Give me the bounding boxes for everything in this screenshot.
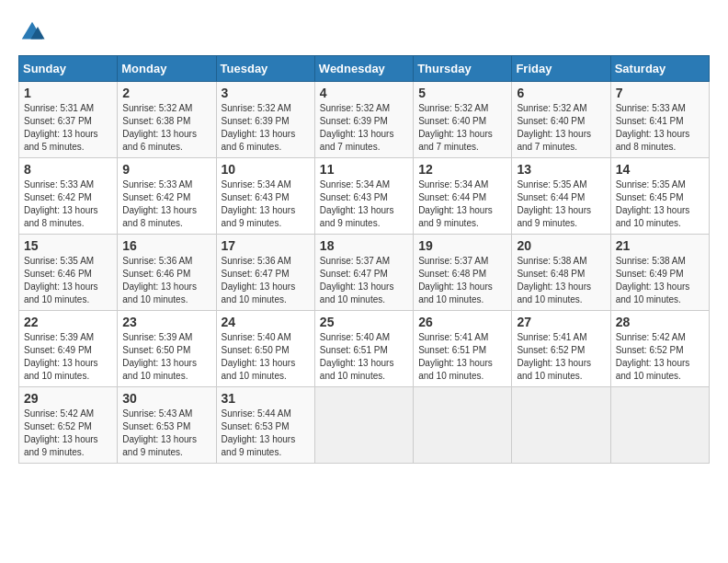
day-number: 7	[616, 86, 704, 100]
day-info: Sunrise: 5:36 AM Sunset: 6:47 PM Dayligh…	[222, 255, 310, 306]
logo-icon	[18, 18, 46, 46]
day-number: 25	[320, 315, 408, 329]
day-cell: 2 Sunrise: 5:32 AM Sunset: 6:38 PM Dayli…	[118, 82, 216, 158]
day-number: 2	[122, 86, 210, 100]
day-cell: 19 Sunrise: 5:37 AM Sunset: 6:48 PM Dayl…	[414, 235, 512, 311]
header-cell-tuesday: Tuesday	[216, 56, 314, 82]
day-cell: 18 Sunrise: 5:37 AM Sunset: 6:47 PM Dayl…	[314, 235, 413, 311]
day-info: Sunrise: 5:32 AM Sunset: 6:38 PM Dayligh…	[122, 102, 210, 154]
day-number: 26	[418, 315, 506, 329]
day-cell: 24 Sunrise: 5:40 AM Sunset: 6:50 PM Dayl…	[216, 311, 314, 387]
day-number: 27	[517, 315, 605, 329]
day-number: 10	[222, 162, 310, 177]
day-info: Sunrise: 5:34 AM Sunset: 6:43 PM Dayligh…	[320, 178, 408, 230]
header-cell-wednesday: Wednesday	[314, 56, 413, 82]
day-cell: 21 Sunrise: 5:38 AM Sunset: 6:49 PM Dayl…	[610, 235, 709, 311]
day-cell: 4 Sunrise: 5:32 AM Sunset: 6:39 PM Dayli…	[314, 82, 413, 158]
day-info: Sunrise: 5:32 AM Sunset: 6:40 PM Dayligh…	[418, 102, 506, 154]
day-cell: 29 Sunrise: 5:42 AM Sunset: 6:52 PM Dayl…	[19, 387, 118, 464]
day-number: 11	[320, 162, 408, 177]
day-info: Sunrise: 5:37 AM Sunset: 6:47 PM Dayligh…	[320, 255, 408, 306]
header-cell-sunday: Sunday	[19, 56, 118, 82]
day-cell	[610, 387, 709, 464]
day-number: 21	[616, 238, 704, 253]
day-cell: 13 Sunrise: 5:35 AM Sunset: 6:44 PM Dayl…	[512, 158, 610, 235]
week-row-4: 22 Sunrise: 5:39 AM Sunset: 6:49 PM Dayl…	[19, 311, 710, 387]
day-cell: 30 Sunrise: 5:43 AM Sunset: 6:53 PM Dayl…	[118, 387, 216, 464]
day-info: Sunrise: 5:33 AM Sunset: 6:41 PM Dayligh…	[616, 102, 704, 154]
day-info: Sunrise: 5:35 AM Sunset: 6:45 PM Dayligh…	[616, 178, 704, 230]
calendar-body: 1 Sunrise: 5:31 AM Sunset: 6:37 PM Dayli…	[19, 82, 710, 464]
day-cell: 10 Sunrise: 5:34 AM Sunset: 6:43 PM Dayl…	[216, 158, 314, 235]
day-cell	[314, 387, 413, 464]
logo	[18, 18, 50, 46]
day-info: Sunrise: 5:43 AM Sunset: 6:53 PM Dayligh…	[122, 408, 210, 459]
day-number: 17	[222, 238, 310, 253]
day-number: 8	[24, 162, 112, 177]
day-cell: 7 Sunrise: 5:33 AM Sunset: 6:41 PM Dayli…	[610, 82, 709, 158]
calendar-header: SundayMondayTuesdayWednesdayThursdayFrid…	[19, 56, 710, 82]
day-number: 16	[122, 238, 210, 253]
week-row-5: 29 Sunrise: 5:42 AM Sunset: 6:52 PM Dayl…	[19, 387, 710, 464]
day-cell: 22 Sunrise: 5:39 AM Sunset: 6:49 PM Dayl…	[19, 311, 118, 387]
day-info: Sunrise: 5:32 AM Sunset: 6:39 PM Dayligh…	[222, 102, 310, 154]
day-cell: 28 Sunrise: 5:42 AM Sunset: 6:52 PM Dayl…	[610, 311, 709, 387]
day-info: Sunrise: 5:32 AM Sunset: 6:39 PM Dayligh…	[320, 102, 408, 154]
day-cell: 14 Sunrise: 5:35 AM Sunset: 6:45 PM Dayl…	[610, 158, 709, 235]
day-cell: 12 Sunrise: 5:34 AM Sunset: 6:44 PM Dayl…	[414, 158, 512, 235]
day-number: 9	[122, 162, 210, 177]
day-number: 1	[24, 86, 112, 100]
day-cell: 6 Sunrise: 5:32 AM Sunset: 6:40 PM Dayli…	[512, 82, 610, 158]
day-number: 13	[517, 162, 605, 177]
day-cell: 16 Sunrise: 5:36 AM Sunset: 6:46 PM Dayl…	[118, 235, 216, 311]
header-cell-saturday: Saturday	[610, 56, 709, 82]
day-cell: 23 Sunrise: 5:39 AM Sunset: 6:50 PM Dayl…	[118, 311, 216, 387]
day-info: Sunrise: 5:31 AM Sunset: 6:37 PM Dayligh…	[24, 102, 112, 154]
day-info: Sunrise: 5:36 AM Sunset: 6:46 PM Dayligh…	[122, 255, 210, 306]
day-cell	[414, 387, 512, 464]
day-info: Sunrise: 5:33 AM Sunset: 6:42 PM Dayligh…	[122, 178, 210, 230]
day-cell: 25 Sunrise: 5:40 AM Sunset: 6:51 PM Dayl…	[314, 311, 413, 387]
day-number: 12	[418, 162, 506, 177]
day-info: Sunrise: 5:33 AM Sunset: 6:42 PM Dayligh…	[24, 178, 112, 230]
day-cell: 11 Sunrise: 5:34 AM Sunset: 6:43 PM Dayl…	[314, 158, 413, 235]
day-number: 28	[616, 315, 704, 329]
header-cell-monday: Monday	[118, 56, 216, 82]
header-row: SundayMondayTuesdayWednesdayThursdayFrid…	[19, 56, 710, 82]
week-row-1: 1 Sunrise: 5:31 AM Sunset: 6:37 PM Dayli…	[19, 82, 710, 158]
day-number: 18	[320, 238, 408, 253]
day-info: Sunrise: 5:34 AM Sunset: 6:44 PM Dayligh…	[418, 178, 506, 230]
header-cell-friday: Friday	[512, 56, 610, 82]
page-header	[18, 18, 710, 46]
week-row-3: 15 Sunrise: 5:35 AM Sunset: 6:46 PM Dayl…	[19, 235, 710, 311]
day-cell: 26 Sunrise: 5:41 AM Sunset: 6:51 PM Dayl…	[414, 311, 512, 387]
day-info: Sunrise: 5:41 AM Sunset: 6:51 PM Dayligh…	[418, 331, 506, 383]
day-number: 6	[517, 86, 605, 100]
day-info: Sunrise: 5:35 AM Sunset: 6:44 PM Dayligh…	[517, 178, 605, 230]
day-cell: 27 Sunrise: 5:41 AM Sunset: 6:52 PM Dayl…	[512, 311, 610, 387]
day-cell: 9 Sunrise: 5:33 AM Sunset: 6:42 PM Dayli…	[118, 158, 216, 235]
calendar-table: SundayMondayTuesdayWednesdayThursdayFrid…	[18, 55, 710, 464]
day-number: 23	[122, 315, 210, 329]
day-info: Sunrise: 5:40 AM Sunset: 6:51 PM Dayligh…	[320, 331, 408, 383]
day-info: Sunrise: 5:40 AM Sunset: 6:50 PM Dayligh…	[222, 331, 310, 383]
day-cell: 20 Sunrise: 5:38 AM Sunset: 6:48 PM Dayl…	[512, 235, 610, 311]
day-number: 24	[222, 315, 310, 329]
day-info: Sunrise: 5:44 AM Sunset: 6:53 PM Dayligh…	[222, 408, 310, 459]
day-info: Sunrise: 5:32 AM Sunset: 6:40 PM Dayligh…	[517, 102, 605, 154]
day-number: 30	[122, 391, 210, 406]
day-info: Sunrise: 5:35 AM Sunset: 6:46 PM Dayligh…	[24, 255, 112, 306]
day-info: Sunrise: 5:42 AM Sunset: 6:52 PM Dayligh…	[616, 331, 704, 383]
day-number: 15	[24, 238, 112, 253]
day-cell: 8 Sunrise: 5:33 AM Sunset: 6:42 PM Dayli…	[19, 158, 118, 235]
day-info: Sunrise: 5:41 AM Sunset: 6:52 PM Dayligh…	[517, 331, 605, 383]
day-info: Sunrise: 5:39 AM Sunset: 6:50 PM Dayligh…	[122, 331, 210, 383]
day-number: 20	[517, 238, 605, 253]
day-number: 3	[222, 86, 310, 100]
day-number: 31	[222, 391, 310, 406]
day-info: Sunrise: 5:42 AM Sunset: 6:52 PM Dayligh…	[24, 408, 112, 459]
day-cell: 1 Sunrise: 5:31 AM Sunset: 6:37 PM Dayli…	[19, 82, 118, 158]
day-cell: 31 Sunrise: 5:44 AM Sunset: 6:53 PM Dayl…	[216, 387, 314, 464]
day-cell: 17 Sunrise: 5:36 AM Sunset: 6:47 PM Dayl…	[216, 235, 314, 311]
week-row-2: 8 Sunrise: 5:33 AM Sunset: 6:42 PM Dayli…	[19, 158, 710, 235]
